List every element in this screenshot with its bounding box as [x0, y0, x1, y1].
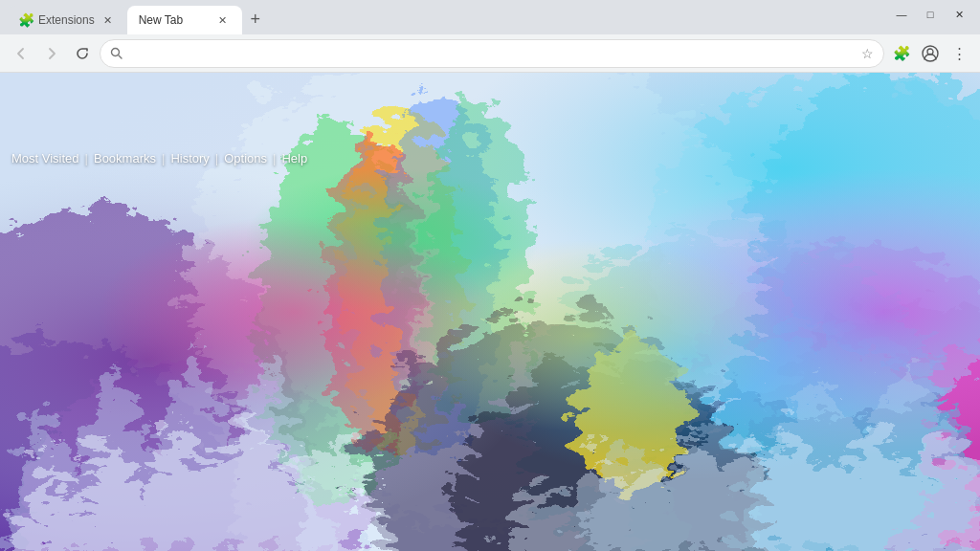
background-image [0, 73, 980, 551]
quick-link-options[interactable]: Options [224, 151, 267, 165]
browser-content: Most Visited | Bookmarks | History | Opt… [0, 73, 980, 551]
quick-link-bookmarks[interactable]: Bookmarks [94, 151, 156, 165]
nav-right-controls: 🧩 ⋮ [888, 40, 972, 67]
menu-button[interactable]: ⋮ [946, 40, 972, 67]
bookmark-icon[interactable]: ☆ [861, 46, 874, 61]
close-button[interactable]: ✕ [946, 1, 972, 28]
svg-point-0 [112, 49, 120, 56]
tab-newtab-close[interactable]: ✕ [215, 12, 231, 28]
quick-access-bar: Most Visited | Bookmarks | History | Opt… [0, 145, 319, 171]
window-controls: — □ ✕ [888, 1, 972, 28]
reload-button[interactable] [69, 40, 96, 67]
quick-link-most-visited[interactable]: Most Visited [11, 151, 79, 165]
new-tab-button[interactable]: + [242, 6, 269, 33]
quick-link-history[interactable]: History [170, 151, 209, 165]
maximize-button[interactable]: □ [917, 1, 944, 28]
separator-2: | [162, 151, 165, 165]
nav-bar: ☆ 🧩 ⋮ [0, 34, 980, 73]
address-bar[interactable]: ☆ [100, 39, 884, 68]
title-bar: 🧩 Extensions ✕ New Tab ✕ + — □ ✕ [0, 0, 980, 34]
extensions-button[interactable]: 🧩 [888, 40, 915, 67]
tab-extensions[interactable]: 🧩 Extensions ✕ [8, 6, 127, 34]
extensions-tab-icon: 🧩 [19, 13, 33, 27]
tab-extensions-label: Extensions [38, 13, 95, 27]
search-icon [110, 47, 122, 59]
forward-button[interactable] [38, 40, 65, 67]
tab-extensions-close[interactable]: ✕ [100, 12, 116, 28]
separator-3: | [215, 151, 218, 165]
separator-1: | [85, 151, 88, 165]
back-button[interactable] [8, 40, 34, 67]
profile-button[interactable] [917, 40, 944, 67]
address-input[interactable] [128, 46, 856, 60]
minimize-button[interactable]: — [888, 1, 915, 28]
svg-line-1 [119, 55, 122, 58]
tab-newtab[interactable]: New Tab ✕ [127, 6, 242, 34]
separator-4: | [273, 151, 276, 165]
quick-link-help[interactable]: Help [281, 151, 307, 165]
tab-newtab-label: New Tab [139, 13, 210, 27]
